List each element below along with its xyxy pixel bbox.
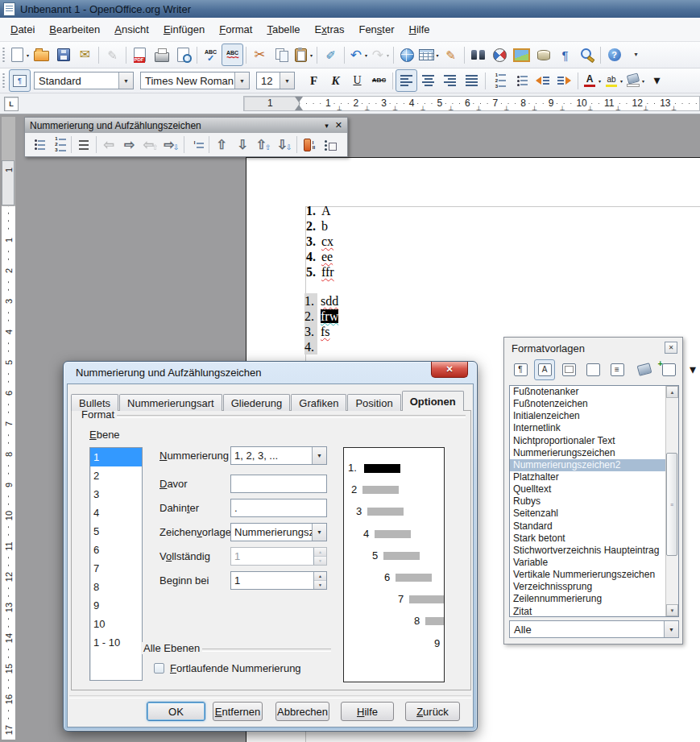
paragraph-style-combo[interactable]: Standard ▼	[34, 72, 134, 89]
chevron-down-icon[interactable]: ▼	[234, 73, 249, 89]
style-list-item[interactable]: Internetlink	[510, 422, 669, 434]
spellcheck-button[interactable]: ABC✓	[200, 44, 222, 66]
new-style-from-selection-button[interactable]: +	[658, 359, 679, 380]
menu-item-einfügen[interactable]: Einfügen	[156, 21, 212, 38]
chevron-down-icon[interactable]: ▼	[312, 447, 326, 464]
zoom-button[interactable]	[576, 44, 598, 66]
hilfe-button[interactable]: Hilfe	[341, 702, 394, 721]
chevron-down-icon[interactable]: ▼	[312, 524, 326, 541]
spinner-buttons[interactable]: ▲▼	[313, 572, 326, 589]
underline-button[interactable]: U	[346, 69, 368, 92]
toolbar-menu-icon[interactable]: ▾	[325, 122, 329, 130]
toolbar-options-button[interactable]: ▾	[646, 69, 668, 92]
list-styles-button[interactable]: ≡	[607, 359, 628, 380]
increase-indent-button[interactable]	[553, 69, 575, 92]
hyperlink-button[interactable]	[396, 44, 418, 66]
bold-button[interactable]: F	[303, 69, 325, 92]
style-list-item[interactable]: Platzhalter	[510, 471, 669, 483]
background-color-button[interactable]: ▾	[624, 69, 646, 92]
autospellcheck-button[interactable]: ABC~~~	[222, 44, 243, 66]
strikethrough-button[interactable]: ABC	[368, 69, 390, 92]
chevron-down-icon[interactable]: ▼	[664, 621, 678, 637]
chevron-down-icon[interactable]: ▼	[118, 73, 133, 89]
style-list-item[interactable]: Zitat	[510, 606, 669, 617]
help-button[interactable]: ?	[603, 44, 625, 66]
toolbar-options-button[interactable]: ▾	[625, 44, 647, 66]
davor-text[interactable]	[230, 475, 327, 493]
move-down-with-subpoints-button[interactable]: ⇩⇩	[274, 135, 295, 155]
list-text[interactable]: A	[321, 204, 331, 218]
numbered-list-button[interactable]: 123	[488, 69, 510, 92]
list-item[interactable]: 3.fs	[304, 324, 338, 339]
list-text[interactable]: ee	[321, 250, 333, 263]
floating-toolbar-titlebar[interactable]: Nummerierung und Aufzählungszeichen ▾ ✕	[25, 118, 347, 133]
navigator-button[interactable]	[489, 44, 511, 66]
menu-item-fenster[interactable]: Fenster	[351, 21, 401, 38]
table-button[interactable]: ▾	[418, 44, 440, 66]
character-styles-button[interactable]: A	[534, 359, 555, 380]
numbering-off-button[interactable]	[73, 135, 94, 155]
style-list-item[interactable]: Variable	[510, 557, 669, 569]
style-list-item[interactable]: Standard	[510, 520, 669, 533]
cut-button[interactable]: ✂	[249, 44, 271, 66]
style-list-item[interactable]: Quelltext	[510, 483, 669, 495]
italic-button[interactable]: K	[325, 69, 346, 92]
horizontal-ruler[interactable]: 1 1⊥2⊥3⊥4⊥5⊥6⊥7⊥8⊥9⊥10⊥11⊥12⊥13⊥	[243, 96, 700, 111]
data-sources-button[interactable]	[532, 44, 554, 66]
scroll-up-icon[interactable]: ▲	[666, 386, 678, 398]
insert-unnumbered-entry-button[interactable]: I	[186, 135, 207, 155]
level-item[interactable]: 8	[90, 578, 142, 596]
new-document-button[interactable]: ▾	[9, 44, 31, 66]
style-list-item[interactable]: Rubys	[510, 495, 669, 508]
level-item[interactable]: 2	[90, 466, 142, 485]
menu-item-hilfe[interactable]: Hilfe	[402, 21, 437, 38]
styles-menu-button[interactable]: ▾	[682, 359, 700, 380]
open-button[interactable]	[31, 44, 52, 66]
level-item[interactable]: 10	[90, 615, 142, 633]
tab-optionen[interactable]: Optionen	[402, 391, 464, 411]
tab-grafiken[interactable]: Grafiken	[291, 394, 346, 411]
align-right-button[interactable]	[439, 69, 461, 92]
list-item[interactable]: 3.cx	[306, 234, 334, 249]
bullet-list-button[interactable]	[510, 69, 532, 92]
background-color-dropdown-icon[interactable]: ▾	[642, 78, 644, 84]
dahinter-text[interactable]: .	[230, 499, 327, 517]
align-left-button[interactable]	[396, 69, 417, 92]
paste-button[interactable]: ▾	[292, 44, 314, 66]
paste-dropdown-icon[interactable]: ▾	[310, 52, 313, 58]
menu-item-extras[interactable]: Extras	[308, 21, 352, 38]
styles-list[interactable]: FußnotenankerFußnotenzeichenInitialenzei…	[509, 385, 679, 617]
list-item[interactable]: 2.frw	[304, 309, 338, 324]
numbered-list-1[interactable]: 1.A2.b3.cx4.ee5.ffr	[306, 203, 334, 280]
spin-down-icon[interactable]: ▼	[314, 580, 326, 589]
new-document-dropdown-icon[interactable]: ▾	[27, 52, 29, 58]
menu-item-tabelle[interactable]: Tabelle	[259, 21, 307, 38]
demote-level-button[interactable]: ⇨	[119, 135, 140, 155]
list-item[interactable]: 5.ffr	[306, 264, 334, 280]
find-replace-button[interactable]	[467, 44, 489, 66]
font-color-dropdown-icon[interactable]: ▾	[599, 78, 601, 84]
scrollbar[interactable]: ▲ ▼ ≡	[665, 386, 678, 616]
style-list-item[interactable]: Initialenzeichen	[510, 410, 669, 422]
abbrechen-button[interactable]: Abbrechen	[275, 702, 329, 721]
export-pdf-button[interactable]: PDF	[129, 44, 151, 66]
tab-gliederung[interactable]: Gliederung	[223, 394, 291, 411]
print-button[interactable]	[151, 44, 172, 66]
style-list-item[interactable]: Stichwortverzeichnis Haupteintrag	[510, 545, 669, 557]
level-item[interactable]: 9	[90, 596, 142, 615]
vertical-ruler[interactable]: 1 1234567891011121314151617	[2, 117, 15, 740]
numbering-dialog[interactable]: Nummerierung und Aufzählungszeichen ✕ Bu…	[63, 361, 478, 732]
format-paintbrush-button[interactable]: ✐	[320, 44, 342, 66]
menu-item-format[interactable]: Format	[212, 21, 259, 38]
decrease-indent-button[interactable]	[532, 69, 553, 92]
fill-format-mode-button[interactable]	[634, 359, 655, 380]
paragraph-styles-button[interactable]: ¶	[510, 359, 531, 380]
tab-stop-selector[interactable]: L	[4, 97, 19, 111]
restart-numbering-button[interactable]: III	[299, 135, 320, 155]
style-list-item[interactable]: Vertikale Nummerierungszeichen	[510, 569, 669, 581]
style-filter-combo[interactable]: Alle ▼	[509, 620, 679, 638]
indent-marker[interactable]	[294, 97, 304, 110]
style-list-item[interactable]: Zeilennummerierung	[510, 593, 669, 605]
bullets-on-off-button[interactable]	[27, 135, 48, 155]
gallery-button[interactable]	[511, 44, 532, 66]
